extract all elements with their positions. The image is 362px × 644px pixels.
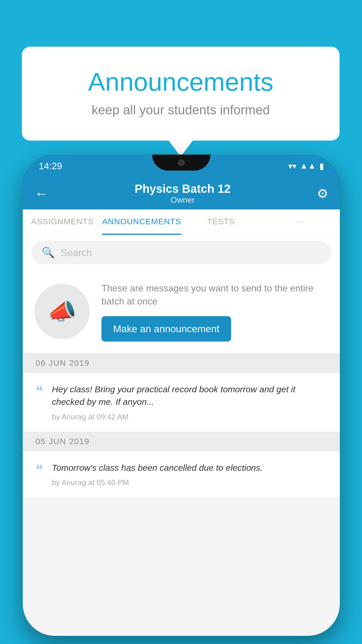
phone-mockup: 14:29 ▾▾ ▲▲ ▮ ← Physics Batch 12 Owner ⚙…: [23, 155, 340, 636]
header-card-title: Announcements: [45, 67, 316, 97]
announcement-content-2: Tomorrow's class has been cancelled due …: [52, 461, 327, 487]
wifi-icon: ▾▾: [288, 161, 296, 171]
tab-assignments[interactable]: ASSIGNMENTS: [23, 209, 102, 235]
announcement-message-1: Hey class! Bring your practical record b…: [52, 383, 327, 408]
prompt-right: These are messages you want to send to t…: [101, 282, 328, 342]
prompt-description: These are messages you want to send to t…: [101, 282, 328, 308]
content-area: 🔍 Search 📣 These are messages you want t…: [23, 235, 340, 636]
signal-icon: ▲▲: [300, 161, 316, 171]
quote-icon-1: ❝: [36, 384, 43, 398]
header-card: Announcements keep all your students inf…: [22, 47, 340, 141]
announcement-item-2[interactable]: ❝ Tomorrow's class has been cancelled du…: [23, 451, 340, 498]
announcement-item-1[interactable]: ❝ Hey class! Bring your practical record…: [23, 373, 340, 432]
announcement-meta-1: by Anurag at 09:42 AM: [52, 412, 327, 421]
search-icon: 🔍: [42, 246, 55, 259]
megaphone-circle: 📣: [34, 284, 90, 339]
megaphone-icon: 📣: [48, 298, 77, 325]
status-bar: 14:29 ▾▾ ▲▲ ▮: [23, 155, 340, 177]
announcement-content-1: Hey class! Bring your practical record b…: [52, 383, 327, 421]
date-divider-1: 06 JUN 2019: [23, 354, 340, 373]
batch-role: Owner: [135, 195, 231, 205]
battery-icon: ▮: [319, 161, 324, 171]
search-bar[interactable]: 🔍 Search: [31, 241, 331, 264]
announcement-message-2: Tomorrow's class has been cancelled due …: [52, 461, 327, 474]
search-placeholder: Search: [61, 247, 92, 258]
header-center: Physics Batch 12 Owner: [135, 182, 231, 205]
announcement-prompt: 📣 These are messages you want to send to…: [23, 270, 340, 354]
tabs-bar: ASSIGNMENTS ANNOUNCEMENTS TESTS ···: [23, 209, 340, 235]
quote-icon-2: ❝: [36, 463, 43, 477]
camera: [178, 160, 184, 166]
notch: [152, 155, 210, 171]
batch-title: Physics Batch 12: [135, 182, 231, 195]
tab-more[interactable]: ···: [261, 209, 340, 235]
status-icons: ▾▾ ▲▲ ▮: [288, 161, 324, 171]
header-card-subtitle: keep all your students informed: [45, 103, 316, 117]
settings-icon[interactable]: ⚙: [317, 186, 328, 201]
status-time: 14:29: [39, 161, 62, 172]
app-header: ← Physics Batch 12 Owner ⚙: [23, 177, 340, 209]
search-bar-container: 🔍 Search: [23, 235, 340, 270]
tab-announcements[interactable]: ANNOUNCEMENTS: [102, 209, 181, 235]
back-button[interactable]: ←: [34, 186, 48, 202]
make-announcement-button[interactable]: Make an announcement: [101, 316, 231, 342]
date-divider-2: 05 JUN 2019: [23, 432, 340, 451]
announcement-meta-2: by Anurag at 05:40 PM: [52, 478, 327, 487]
tab-tests[interactable]: TESTS: [181, 209, 261, 235]
